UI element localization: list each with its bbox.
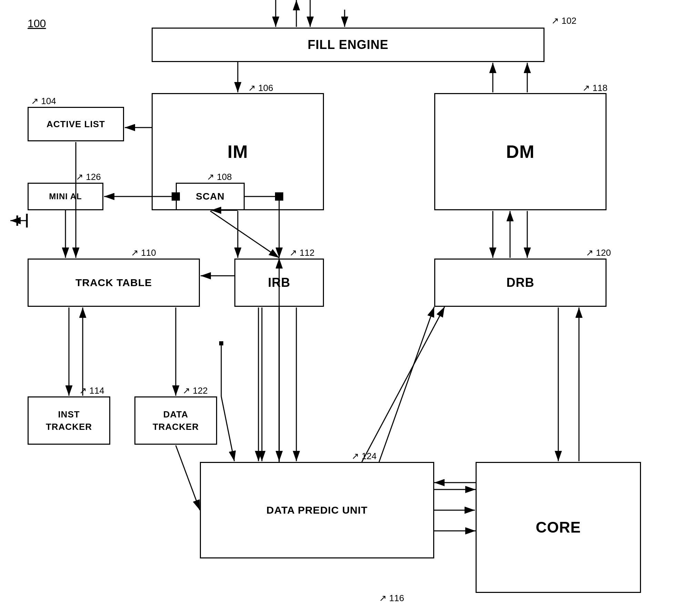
ref-100: 100	[28, 17, 46, 30]
irb-label: IRB	[268, 275, 291, 290]
dm-block: DM	[434, 93, 607, 210]
svg-line-41	[221, 396, 234, 461]
dm-label: DM	[506, 141, 535, 162]
track-table-block: TRACK TABLE	[28, 259, 200, 307]
drb-label: DRB	[507, 275, 535, 290]
active-list-block: ACTIVE LIST	[28, 107, 124, 141]
core-block: CORE	[476, 462, 641, 593]
data-tracker-block: DATA TRACKER	[134, 396, 217, 445]
svg-line-37	[379, 307, 434, 462]
svg-line-29	[176, 445, 200, 510]
drb-block: DRB	[434, 259, 607, 307]
scan-block: SCAN	[176, 183, 245, 210]
mini-al-block: MINI AL	[28, 183, 103, 210]
ref-110: ↗ 110	[131, 248, 156, 258]
svg-line-38	[362, 307, 445, 462]
ref-112: ↗ 112	[289, 248, 315, 258]
diagram-container: FILL ENGINE IM DM ACTIVE LIST MINI AL SC…	[0, 0, 692, 616]
ref-122: ↗ 122	[183, 385, 208, 396]
fill-engine-label: FILL ENGINE	[308, 38, 388, 52]
ref-104: ↗ 104	[31, 96, 56, 107]
data-tracker-label: DATA TRACKER	[153, 408, 199, 433]
svg-line-24	[210, 211, 279, 258]
ref-114: ↗ 114	[79, 385, 104, 396]
inst-tracker-block: INST TRACKER	[28, 396, 110, 445]
ref-126: ↗ 126	[76, 172, 101, 182]
fill-engine-block: FILL ENGINE	[152, 28, 545, 62]
data-predic-unit-block: DATA PREDIC UNIT	[200, 462, 434, 558]
ref-118: ↗ 118	[582, 83, 608, 93]
im-label: IM	[227, 141, 248, 162]
track-table-label: TRACK TABLE	[75, 277, 152, 289]
scan-label: SCAN	[196, 191, 224, 202]
irb-block: IRB	[234, 259, 324, 307]
ref-106: ↗ 106	[248, 83, 273, 93]
ref-102: ↗ 102	[551, 16, 577, 26]
data-predic-unit-label: DATA PREDIC UNIT	[266, 504, 368, 516]
mini-al-label: MINI AL	[49, 192, 82, 201]
inst-tracker-label: INST TRACKER	[46, 408, 92, 433]
core-label: CORE	[536, 519, 581, 536]
svg-rect-39	[219, 341, 223, 345]
ref-116: ↗ 116	[379, 593, 404, 604]
ref-108: ↗ 108	[207, 172, 232, 182]
ref-120: ↗ 120	[586, 248, 611, 258]
ref-124: ↗ 124	[352, 451, 377, 462]
active-list-label: ACTIVE LIST	[47, 119, 105, 130]
